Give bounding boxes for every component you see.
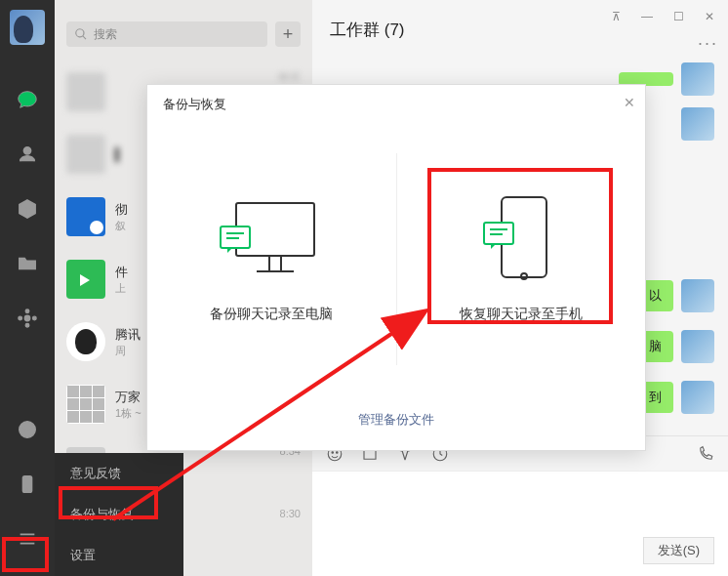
close-button[interactable]: ✕	[695, 6, 724, 27]
search-icon	[74, 27, 88, 41]
manage-backups-link[interactable]: 管理备份文件	[358, 412, 434, 427]
backup-dialog: 备份与恢复 ✕ 备份聊天记录至电脑 恢复聊天记录至手机 管理备份文件	[146, 84, 646, 451]
more-button[interactable]: ···	[698, 33, 718, 54]
svg-point-6	[20, 422, 36, 438]
svg-point-4	[19, 316, 22, 320]
sender-avatar[interactable]	[681, 330, 714, 363]
avatar[interactable]	[10, 10, 45, 45]
svg-point-10	[332, 451, 334, 453]
file-icon	[66, 260, 105, 299]
sender-avatar[interactable]	[681, 381, 714, 414]
settings-menu: 意见反馈 备份与恢复 设置	[55, 453, 183, 576]
qq-icon	[66, 322, 105, 361]
sender-avatar[interactable]	[681, 279, 714, 312]
sender-avatar[interactable]	[681, 107, 714, 141]
svg-point-2	[25, 309, 29, 313]
moments-icon[interactable]	[14, 305, 41, 332]
cube-icon[interactable]	[14, 195, 41, 223]
add-button[interactable]: +	[275, 21, 301, 47]
minimize-button[interactable]: —	[632, 6, 662, 27]
folder-icon[interactable]	[14, 250, 41, 277]
menu-item-backup[interactable]: 备份与恢复	[55, 494, 183, 535]
miniprogram-icon[interactable]	[14, 416, 41, 443]
menu-item-feedback[interactable]: 意见反馈	[55, 453, 183, 494]
phone-restore-icon	[467, 196, 575, 284]
backup-to-pc-option[interactable]: 备份聊天记录至电脑	[147, 124, 396, 394]
svg-point-11	[337, 451, 339, 453]
maximize-button[interactable]: ☐	[664, 6, 693, 27]
restore-to-phone-option[interactable]: 恢复聊天记录至手机	[397, 124, 646, 394]
phone-icon[interactable]	[14, 471, 41, 498]
svg-point-5	[33, 316, 37, 320]
titlebar: 工作群 (7) ⊼ — ☐ ✕ ···	[312, 0, 728, 59]
compose-input[interactable]: 发送(S)	[312, 471, 728, 576]
chat-title: 工作群 (7)	[330, 19, 405, 41]
contacts-icon[interactable]	[14, 141, 41, 168]
svg-point-3	[25, 324, 29, 328]
svg-point-8	[26, 489, 28, 491]
search-placeholder: 搜索	[94, 26, 117, 43]
nav-rail	[0, 0, 55, 576]
pin-button[interactable]: ⊼	[601, 6, 630, 27]
call-icon[interactable]	[697, 445, 714, 463]
sender-avatar[interactable]	[681, 62, 714, 96]
chats-icon[interactable]	[14, 86, 41, 113]
svg-point-1	[24, 315, 30, 321]
dialog-close-button[interactable]: ✕	[624, 95, 635, 110]
dialog-title: 备份与恢复	[163, 96, 226, 113]
search-input[interactable]: 搜索	[66, 21, 267, 47]
menu-icon[interactable]	[14, 525, 41, 553]
send-button[interactable]: 发送(S)	[643, 537, 714, 564]
menu-item-settings[interactable]: 设置	[55, 535, 183, 576]
monitor-icon	[218, 196, 325, 284]
svg-point-0	[23, 147, 30, 154]
doc-icon	[66, 197, 105, 236]
